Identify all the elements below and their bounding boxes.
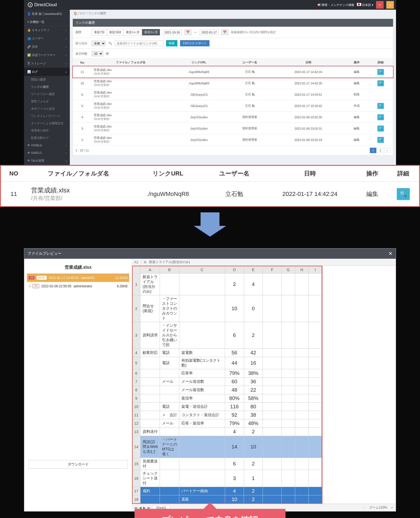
sidebar: 👤 笹原 俊二(sasahara01) ≡ 全機能一覧 🔒 セキュリティ‹👥 ユ… (24, 10, 70, 165)
table-row[interactable]: 6営業成績.xlsx/共有/営業部/./5E3ywyuZ1i立石 勉2022-0… (73, 89, 393, 100)
period-seg[interactable]: 直近15日 (107, 29, 124, 35)
date-to[interactable]: 2022-01-17 (200, 30, 219, 35)
sidebar-subitem[interactable]: ワークフロー履歴 (24, 91, 70, 98)
preview-filename: 営業成績.xlsx (27, 261, 129, 274)
brand-logo: d DirectCloud (24, 2, 61, 7)
label-narrow: 絞り込み (75, 41, 89, 45)
cell-ref[interactable]: A1 (134, 260, 141, 264)
brand-text: DirectCloud (34, 2, 57, 7)
date-from[interactable]: 2021-10-18 (163, 30, 182, 35)
detail-button[interactable]: 🔍 (377, 103, 384, 109)
jp-flag-icon (357, 3, 361, 6)
sidebar-subitem[interactable]: 閲覧の履歴 (24, 76, 70, 83)
period-seg[interactable]: 直近1ヶ月 (124, 29, 142, 35)
period-seg[interactable]: 直近3ヶ月 (142, 29, 160, 35)
notice-link[interactable]: 📢 障害・メンテナンス情報 (317, 3, 354, 7)
close-icon[interactable]: ✕ (388, 251, 393, 257)
enlarged-row-callout: NOファイル／フォルダ名リンクURLユーザー名日時操作詳細 11 営業成績.xl… (0, 165, 420, 207)
spreadsheet[interactable]: ABCDEFGHI1新規トライアル(担当分のみ)242問合せ(新規)・ファースト… (132, 266, 322, 504)
lang-switch[interactable]: 日本語 ▾ (357, 3, 373, 7)
table-row[interactable]: 3営業成績.xlsx/共有/営業部/./lrqVXGciAm契約管理者2022-… (73, 123, 393, 134)
sidebar-all-menu[interactable]: ≡ 全機能一覧 (24, 18, 70, 26)
label-count: 表示件数 (75, 52, 89, 56)
sidebar-item[interactable]: ✅ 承認ワークフロー‹ (24, 51, 70, 59)
sidebar-subitem[interactable]: ワンタイムパスワード (24, 112, 70, 120)
sidebar-subitem[interactable]: オーナーによる権限設定 (24, 120, 70, 127)
table-row[interactable]: 2営業成績.xlsx/共有/営業部/./lrqVXGciAm契約管理者2022-… (73, 134, 393, 146)
label-period: 期間 (75, 30, 89, 34)
big-url: ./nguWMoNqR8 (130, 182, 205, 206)
count-select[interactable]: 10 (92, 51, 103, 56)
pagination: 12› (370, 148, 390, 153)
sidebar-item[interactable]: 👁 SHIELD‹ (24, 149, 70, 157)
sidebar-item[interactable]: 🗄 ストレージ‹ (24, 59, 70, 68)
sidebar-subitem[interactable]: 監査活動ログ (24, 134, 70, 141)
zoom-level[interactable]: － ズーム120% ＋ (363, 505, 394, 510)
table-row[interactable]: 10営業成績.xlsx/共有/営業部/./nguWMoNqR8立石 勉2022-… (73, 78, 393, 89)
preview-title: ファイルプレビュー (27, 251, 61, 256)
version-row[interactable]: ○V12022-01-08 22:55:55administrator8.26K… (27, 282, 129, 290)
period-segments: 直近7日直近15日直近1ヶ月直近3ヶ月 (92, 29, 160, 36)
log-table: Noファイル／フォルダ名リンクURLユーザー名日時操作詳細 11営業成績.xls… (73, 59, 393, 146)
page-button[interactable]: 2 (377, 148, 384, 153)
page-button[interactable]: 1 (370, 148, 376, 153)
period-note: 検索範囲12ヶ月以内の期間を指定 (231, 30, 276, 34)
sidebar-item[interactable]: 🔒 セキュリティ‹ (24, 26, 70, 34)
callout-banner: プレビューで中身を確認 (135, 509, 285, 518)
detail-button[interactable]: 🔍 (377, 80, 384, 86)
big-time: 2022-01-17 14:42:24 (263, 182, 357, 206)
sidebar-item[interactable]: 👁 TALK管理‹ (24, 157, 70, 165)
table-row[interactable]: 11営業成績.xlsx/共有/営業部/./nguWMoNqR8立石 勉2022-… (73, 66, 393, 78)
narrow-select[interactable]: 全体 (92, 41, 106, 46)
formula-bar: A1 fx 新規トライアル(担当分のみ) (132, 259, 396, 266)
big-op: 編集 (357, 182, 387, 206)
sidebar-item[interactable]: 👁 VISIBLE‹ (24, 141, 70, 149)
fx-icon: fx (144, 260, 146, 264)
big-filename: 営業成績.xlsx /共有/営業部/ (27, 182, 130, 206)
big-user: 立石勉 (205, 182, 263, 206)
panel-title: リンクの履歴 (73, 19, 393, 27)
sidebar-subitem[interactable]: 本付ファイル送信 (24, 105, 70, 112)
version-row[interactable]: V2NOW2022-01-17 14:42:03tateishi0112.32K… (27, 274, 129, 282)
calendar-icon[interactable]: 📅 (221, 29, 228, 35)
detail-button[interactable]: 🔍 (377, 69, 384, 75)
download-button[interactable]: ダウンロード (29, 460, 128, 469)
calendar-icon[interactable]: 📅 (184, 29, 191, 35)
table-row[interactable]: 4営業成績.xlsx/共有/営業部/./lrqVXGciAm契約管理者2022-… (73, 112, 393, 123)
menu-button[interactable]: ≡ (376, 1, 384, 9)
app-topbar: d DirectCloud 📢 障害・メンテナンス情報 日本語 ▾ ≡ ⎋ (24, 0, 396, 10)
logout-button[interactable]: ⎋ (386, 1, 394, 9)
csv-export-button[interactable]: CSVエクスポート (180, 40, 209, 46)
period-seg[interactable]: 直近7日 (92, 29, 107, 35)
big-no: 11 (1, 182, 27, 206)
table-row[interactable]: 5営業成績.xlsx/共有/営業部/./5E3ywyuZ1i立石 勉2022-0… (73, 100, 393, 112)
sidebar-subitem[interactable]: 受取フォルダ (24, 98, 70, 105)
sidebar-subitem[interactable]: 管理者の操作 (24, 127, 70, 134)
pager-info: 1 - 10 / 11 (75, 149, 89, 152)
breadcrumb: 🏠 / ログ / リンクの履歴 (70, 10, 396, 17)
file-preview-dialog: ファイルプレビュー ✕ 営業成績.xlsx V2NOW2022-01-17 14… (24, 248, 396, 512)
sidebar-user: 👤 笹原 俊二(sasahara01) (24, 10, 70, 18)
page-button[interactable]: › (384, 148, 390, 153)
detail-button[interactable]: 🔍 (377, 137, 384, 143)
big-detail-button[interactable]: 🔍 (397, 188, 410, 200)
sidebar-item[interactable]: 📊 ログ‹ (24, 68, 70, 76)
sidebar-subitem[interactable]: リンクの履歴 (24, 83, 70, 91)
search-button[interactable]: 検索 (166, 40, 177, 46)
detail-button[interactable]: 🔍 (377, 126, 384, 132)
detail-button[interactable]: 🔍 (377, 114, 384, 120)
search-input[interactable] (115, 41, 163, 46)
sidebar-item[interactable]: 👥 ユーザー‹ (24, 34, 70, 43)
fx-value[interactable]: 新規トライアル(担当分のみ) (149, 260, 190, 264)
flow-arrow (0, 207, 420, 237)
sidebar-item[interactable]: 🔗 共有‹ (24, 43, 70, 51)
logo-icon: d (28, 2, 33, 7)
